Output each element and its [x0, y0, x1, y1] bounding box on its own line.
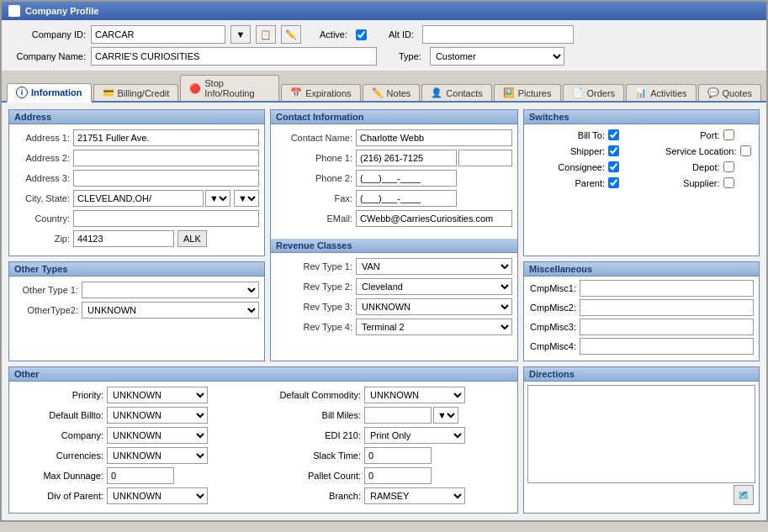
div-of-parent-select[interactable]: UNKNOWN [107, 487, 208, 504]
copy-btn[interactable]: 📋 [256, 25, 276, 44]
depot-checkbox[interactable] [723, 161, 734, 172]
port-checkbox[interactable] [723, 129, 734, 140]
address3-input[interactable] [73, 170, 259, 187]
notes-tab-icon: ✏️ [372, 87, 384, 98]
shipper-checkbox[interactable] [608, 145, 619, 156]
directions-icon-btn[interactable]: 🗺️ [734, 485, 754, 505]
service-location-checkbox[interactable] [740, 145, 751, 156]
pictures-tab-icon: 🖼️ [503, 87, 515, 98]
tab-stopinfo[interactable]: 🔴 Stop Info/Routing [180, 75, 279, 101]
service-location-label: Service Location: [644, 146, 737, 156]
bill-miles-input[interactable] [364, 407, 432, 424]
tab-information[interactable]: i Information [7, 83, 92, 103]
phone2-label: Phone 2: [276, 173, 356, 183]
phone2-input[interactable] [356, 170, 457, 187]
contact-name-row: Contact Name: [276, 129, 512, 146]
depot-row: Depot: [644, 160, 755, 174]
bill-to-checkbox[interactable] [608, 129, 619, 140]
tab-expirations[interactable]: 📅 Expirations [281, 84, 360, 101]
tab-quotes[interactable]: 💬 Quotes [698, 84, 761, 101]
main-content: Address Address 1: Address 2: Address 3:… [2, 103, 766, 520]
company-id-dropdown-btn[interactable]: ▼ [230, 25, 251, 44]
port-label: Port: [644, 130, 720, 140]
tab-pictures[interactable]: 🖼️ Pictures [494, 84, 561, 101]
cmpmisc3-input[interactable] [580, 319, 754, 335]
contact-name-input[interactable] [356, 129, 512, 146]
email-input[interactable] [356, 210, 512, 227]
currencies-select[interactable]: UNKNOWN [107, 447, 208, 464]
rev-type3-select[interactable]: UNKNOWN [356, 298, 512, 315]
cmpmisc2-label: CmpMisc2: [529, 303, 580, 313]
country-input[interactable] [73, 210, 259, 227]
default-commodity-label: Default Commodity: [272, 390, 364, 400]
type-select[interactable]: Customer [430, 47, 564, 66]
tab-activities-label: Activities [650, 88, 686, 98]
city-state-select1[interactable]: ▼ [205, 190, 230, 207]
rev-type4-select[interactable]: Terminal 2 [356, 319, 512, 335]
slack-time-row: Slack Time: [272, 447, 512, 464]
contact-section: Contact Information Contact Name: Phone … [270, 109, 518, 361]
zip-input[interactable] [73, 230, 174, 247]
switches-header: Switches [524, 110, 759, 124]
supplier-checkbox[interactable] [723, 177, 734, 188]
default-billto-select[interactable]: UNKNOWN [107, 407, 208, 424]
rev-type1-select[interactable]: VAN [356, 258, 512, 275]
cmpmisc2-input[interactable] [580, 299, 754, 316]
company-select[interactable]: UNKNOWN [107, 427, 208, 444]
other-type2-select[interactable]: UNKNOWN [82, 302, 259, 319]
cmpmisc3-row: CmpMisc3: [529, 319, 754, 335]
pallet-count-input[interactable] [364, 467, 432, 484]
address3-label: Address 3: [14, 173, 73, 183]
cmpmisc1-input[interactable] [580, 280, 754, 297]
pallet-count-label: Pallet Count: [272, 471, 364, 481]
max-dunnage-input[interactable] [107, 467, 174, 484]
other-type1-select[interactable] [82, 282, 259, 298]
consignee-checkbox[interactable] [608, 161, 619, 172]
cmpmisc4-label: CmpMisc4: [529, 341, 580, 351]
branch-row: Branch: RAMSEY [272, 487, 512, 504]
parent-checkbox[interactable] [608, 177, 619, 188]
company-id-input[interactable] [91, 25, 225, 44]
email-row: EMail: [276, 210, 512, 227]
tab-contacts[interactable]: 👤 Contacts [421, 84, 491, 101]
fax-input[interactable] [356, 190, 457, 207]
phone1-ext-input[interactable] [458, 150, 512, 166]
priority-row: Priority: UNKNOWN [14, 387, 255, 403]
alk-button[interactable]: ALK [177, 230, 207, 247]
expire-tab-icon: 📅 [290, 87, 302, 98]
phone1-input[interactable] [356, 150, 457, 166]
revenue-header: Revenue Classes [271, 239, 517, 253]
alt-id-input[interactable] [422, 25, 574, 44]
branch-select[interactable]: RAMSEY [364, 487, 465, 504]
rev-type2-select[interactable]: Cleveland [356, 278, 512, 295]
slack-time-input[interactable] [364, 447, 432, 464]
default-commodity-select[interactable]: UNKNOWN [364, 387, 465, 403]
tab-orders[interactable]: 📄 Orders [563, 84, 625, 101]
edi210-select[interactable]: Print Only [364, 427, 465, 444]
tab-notes[interactable]: ✏️ Notes [363, 84, 421, 101]
company-name-input[interactable] [91, 47, 377, 66]
address1-input[interactable] [73, 129, 259, 146]
fax-label: Fax: [276, 193, 356, 203]
edi210-row: EDI 210: Print Only [272, 427, 512, 444]
bill-miles-select[interactable]: ▼ [433, 407, 458, 424]
rev-type2-row: Rev Type 2: Cleveland [276, 278, 512, 295]
type-label: Type: [399, 51, 421, 61]
active-checkbox[interactable] [356, 29, 367, 40]
pallet-count-row: Pallet Count: [272, 467, 512, 484]
tab-billing[interactable]: 💳 Billing/Credit [93, 84, 179, 101]
tab-activities[interactable]: 📊 Activities [626, 84, 696, 101]
address2-input[interactable] [73, 150, 259, 166]
city-state-select2[interactable]: ▼ [234, 190, 259, 207]
phone1-row: Phone 1: [276, 150, 512, 166]
cmpmisc4-row: CmpMisc4: [529, 338, 754, 355]
directions-textarea[interactable] [527, 385, 755, 483]
cmpmisc4-input[interactable] [580, 338, 754, 355]
priority-select[interactable]: UNKNOWN [107, 387, 208, 403]
othertypes-header: Other Types [9, 262, 264, 277]
edit-btn[interactable]: ✏️ [281, 25, 301, 44]
company-id-label: Company ID: [10, 29, 86, 40]
email-label: EMail: [276, 213, 356, 224]
tab-expirations-label: Expirations [305, 88, 351, 98]
city-input[interactable] [73, 190, 204, 207]
